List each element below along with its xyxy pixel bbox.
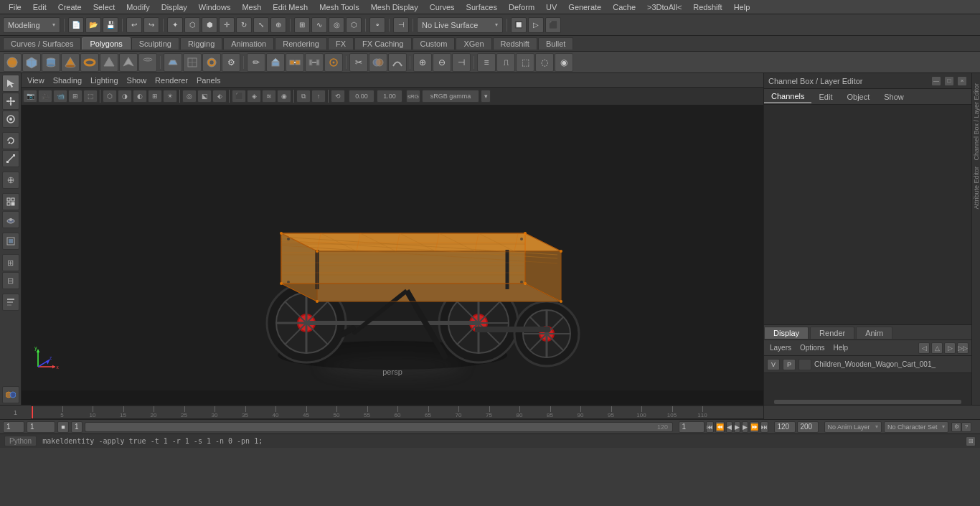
menu-generate[interactable]: Generate (562, 1, 607, 13)
pb-prev-key-btn[interactable]: ⏪ (715, 421, 725, 433)
pb-range-end[interactable]: 120 (774, 421, 796, 433)
timeline-range-bar[interactable]: 120 (85, 422, 673, 432)
tab-bullet[interactable]: Bullet (538, 37, 574, 50)
rotate-tool-btn[interactable]: ↻ (236, 17, 252, 33)
paint-select-tool[interactable] (2, 111, 19, 128)
bottom-settings-btn[interactable]: ⚙ (951, 422, 961, 432)
vp-normals-btn[interactable]: ↑ (311, 90, 326, 103)
shelf-sphere[interactable] (3, 53, 22, 72)
panel-layout[interactable]: ⊞ (2, 254, 19, 271)
tab-show[interactable]: Show (877, 91, 911, 103)
open-scene-btn[interactable]: 📂 (85, 17, 101, 33)
pb-play-btn[interactable]: ▶ (734, 421, 740, 433)
snap-point-btn[interactable]: ◎ (329, 17, 344, 33)
viewport-menu-show[interactable]: Show (124, 76, 150, 85)
tab-curves-surfaces[interactable]: Curves / Surfaces (3, 37, 81, 50)
layers-menu-layers[interactable]: Layers (767, 344, 794, 352)
shelf-target-weld[interactable] (324, 53, 343, 72)
shelf-cone[interactable] (61, 53, 80, 72)
tab-sculpting[interactable]: Sculpting (131, 37, 179, 50)
menu-display[interactable]: Display (156, 1, 193, 13)
menu-3dtall[interactable]: >3DtoAll< (641, 1, 687, 13)
layer-scroll-thumb[interactable] (774, 400, 961, 404)
vp-dof-btn[interactable]: ◉ (277, 90, 291, 103)
anim-layer-dropdown[interactable]: No Anim Layer ▾ (824, 421, 882, 433)
vp-offset-x-btn[interactable]: 0.00 (349, 90, 374, 103)
menu-file[interactable]: File (3, 1, 27, 13)
pb-next-key-btn[interactable]: ⏩ (750, 421, 759, 433)
tab-redshift[interactable]: Redshift (493, 37, 537, 50)
pb-first-btn[interactable]: ⏮ (706, 421, 714, 433)
pb-next-frame-btn[interactable]: ▶ (742, 421, 748, 433)
shelf-separate[interactable]: ⊖ (433, 53, 451, 72)
shelf-smooth[interactable] (388, 53, 407, 72)
menu-windows[interactable]: Windows (193, 1, 237, 13)
layer-color-swatch[interactable] (798, 359, 811, 370)
python-command[interactable]: makeldentity -apply true -t 1 -r 1 -s 1 … (42, 437, 263, 445)
panel-layout-2[interactable]: ⊟ (2, 272, 19, 289)
shelf-torus[interactable] (80, 53, 99, 72)
menu-cache[interactable]: Cache (607, 1, 641, 13)
menu-edit[interactable]: Edit (27, 1, 52, 13)
render-btn[interactable]: ⬛ (545, 17, 561, 33)
bc-frame-current[interactable]: 1 (27, 421, 55, 433)
vp-camera3-btn[interactable]: 📹 (53, 90, 67, 103)
tab-display[interactable]: Display (764, 327, 809, 339)
soft-selection[interactable] (2, 211, 19, 228)
menu-create[interactable]: Create (52, 1, 88, 13)
render-settings-btn[interactable]: 🔲 (511, 17, 527, 33)
vp-light-btn[interactable]: ☀ (163, 90, 177, 103)
attribute-editor-btn[interactable] (2, 294, 19, 311)
menu-uv[interactable]: UV (540, 1, 562, 13)
tab-custom[interactable]: Custom (413, 37, 456, 50)
menu-mesh-display[interactable]: Mesh Display (365, 1, 424, 13)
viewport-menu-renderer[interactable]: Renderer (152, 76, 191, 85)
layers-menu-options[interactable]: Options (797, 344, 827, 352)
char-set-dropdown[interactable]: No Character Set ▾ (884, 421, 948, 433)
shelf-pen[interactable]: ✏ (247, 53, 265, 72)
menu-mesh[interactable]: Mesh (236, 1, 267, 13)
tab-animation[interactable]: Animation (223, 37, 274, 50)
layers-arrow-left[interactable]: ◁ (918, 342, 930, 354)
redo-btn[interactable]: ↪ (143, 17, 159, 33)
shelf-bridge[interactable] (305, 53, 324, 72)
playback-frame-field[interactable]: 1 (679, 421, 705, 433)
shelf-deform[interactable]: ⎍ (496, 53, 515, 72)
pb-last-btn[interactable]: ⏭ (760, 421, 768, 433)
scale-tool[interactable] (2, 150, 19, 167)
shelf-prism[interactable] (100, 53, 118, 72)
menu-select[interactable]: Select (88, 1, 121, 13)
ipr-btn[interactable]: ▷ (528, 17, 544, 33)
vp-gamma-dropdown[interactable]: sRGB gamma (422, 90, 479, 103)
menu-surfaces[interactable]: Surfaces (461, 1, 503, 13)
shelf-cut[interactable]: ✂ (349, 53, 368, 72)
menu-help[interactable]: Help (728, 1, 756, 13)
menu-redshift[interactable]: Redshift (687, 1, 727, 13)
vp-xray-btn[interactable]: ⬕ (197, 90, 212, 103)
layer-visibility-btn[interactable]: V (767, 359, 780, 370)
channel-box-expand[interactable]: □ (944, 76, 954, 86)
layers-arrow-up[interactable]: △ (931, 342, 943, 354)
vp-shade-btn[interactable]: ◑ (118, 90, 132, 103)
shelf-softmod[interactable]: ◉ (555, 53, 573, 72)
shelf-gear[interactable]: ⚙ (222, 53, 240, 72)
layers-menu-help[interactable]: Help (830, 344, 851, 352)
snap-surface-btn[interactable]: ⬡ (346, 17, 362, 33)
viewport-menu-lighting[interactable]: Lighting (88, 76, 121, 85)
attr-editor-vert-label[interactable]: Attribute Editor (973, 164, 980, 212)
tab-fx[interactable]: FX (328, 37, 354, 50)
shelf-cube[interactable] (22, 53, 41, 72)
tab-channels[interactable]: Channels (764, 90, 811, 103)
vp-camera2-btn[interactable]: 🎥 (38, 90, 52, 103)
layer-hscroll[interactable] (764, 399, 971, 405)
symmetry-btn[interactable]: ⊣ (393, 17, 409, 33)
shelf-disk[interactable] (202, 53, 221, 72)
menu-curves[interactable]: Curves (424, 1, 461, 13)
vp-gamma-toggle[interactable]: sRG (406, 90, 420, 103)
vp-shade-wire-btn[interactable]: ◐ (133, 90, 147, 103)
shelf-pyramid[interactable] (119, 53, 138, 72)
menu-modify[interactable]: Modify (121, 1, 155, 13)
live-surface-dropdown[interactable]: No Live Surface ▾ (417, 17, 503, 33)
pb-prev-frame-btn[interactable]: ◀ (726, 421, 732, 433)
shelf-cluster[interactable]: ◌ (535, 53, 554, 72)
